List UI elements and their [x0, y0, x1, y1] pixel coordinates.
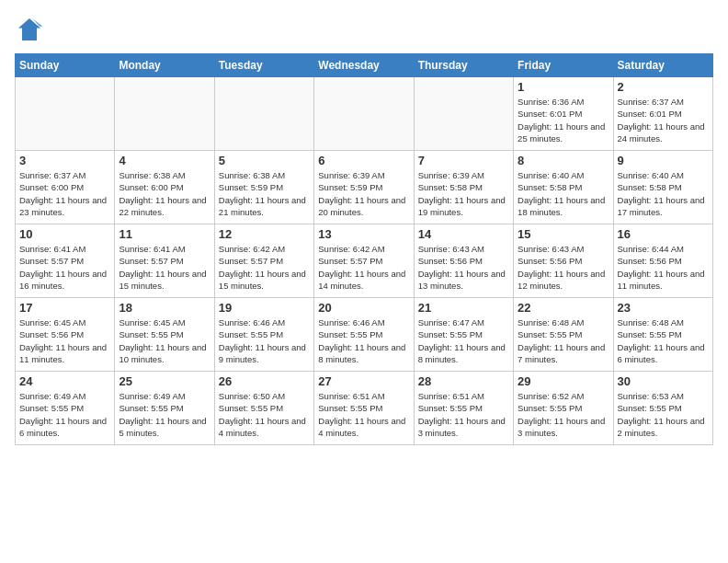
calendar-cell: 8Sunrise: 6:40 AM Sunset: 5:58 PM Daylig…: [514, 151, 613, 224]
day-info: Sunrise: 6:40 AM Sunset: 5:58 PM Dayligh…: [618, 169, 709, 218]
calendar-cell: 24Sunrise: 6:49 AM Sunset: 5:55 PM Dayli…: [16, 372, 115, 445]
day-info: Sunrise: 6:37 AM Sunset: 6:01 PM Dayligh…: [618, 96, 709, 144]
day-info: Sunrise: 6:47 AM Sunset: 5:55 PM Dayligh…: [418, 316, 509, 365]
calendar-week-row: 24Sunrise: 6:49 AM Sunset: 5:55 PM Dayli…: [16, 372, 713, 445]
calendar-cell: 6Sunrise: 6:39 AM Sunset: 5:59 PM Daylig…: [314, 151, 414, 224]
weekday-header: Friday: [514, 54, 613, 77]
day-number: 21: [418, 301, 509, 315]
day-number: 14: [418, 227, 509, 241]
calendar-cell: 14Sunrise: 6:43 AM Sunset: 5:56 PM Dayli…: [414, 224, 513, 298]
day-info: Sunrise: 6:42 AM Sunset: 5:57 PM Dayligh…: [318, 243, 409, 292]
weekday-header: Monday: [115, 54, 214, 77]
calendar-week-row: 10Sunrise: 6:41 AM Sunset: 5:57 PM Dayli…: [16, 224, 713, 298]
day-number: 17: [19, 301, 110, 315]
day-number: 26: [219, 374, 310, 388]
calendar-cell: 27Sunrise: 6:51 AM Sunset: 5:55 PM Dayli…: [314, 372, 414, 445]
page-header: [15, 15, 713, 44]
day-number: 1: [518, 80, 609, 94]
logo: [15, 15, 48, 44]
calendar-cell: 26Sunrise: 6:50 AM Sunset: 5:55 PM Dayli…: [214, 372, 313, 445]
calendar-cell: 30Sunrise: 6:53 AM Sunset: 5:55 PM Dayli…: [613, 372, 712, 445]
day-info: Sunrise: 6:43 AM Sunset: 5:56 PM Dayligh…: [418, 243, 509, 292]
day-info: Sunrise: 6:36 AM Sunset: 6:01 PM Dayligh…: [518, 96, 609, 144]
calendar-cell: 13Sunrise: 6:42 AM Sunset: 5:57 PM Dayli…: [314, 224, 414, 298]
weekday-header: Thursday: [414, 54, 513, 77]
calendar-week-row: 3Sunrise: 6:37 AM Sunset: 6:00 PM Daylig…: [16, 151, 713, 224]
calendar-cell: 28Sunrise: 6:51 AM Sunset: 5:55 PM Dayli…: [414, 372, 513, 445]
day-number: 4: [119, 154, 210, 167]
day-number: 20: [318, 301, 409, 315]
day-info: Sunrise: 6:41 AM Sunset: 5:57 PM Dayligh…: [19, 243, 110, 292]
svg-marker-0: [18, 18, 40, 40]
day-info: Sunrise: 6:39 AM Sunset: 5:59 PM Dayligh…: [318, 169, 409, 218]
day-number: 30: [618, 374, 709, 388]
day-number: 23: [618, 301, 709, 315]
calendar-cell: 17Sunrise: 6:45 AM Sunset: 5:56 PM Dayli…: [16, 298, 115, 372]
weekday-header-row: SundayMondayTuesdayWednesdayThursdayFrid…: [16, 54, 713, 77]
day-number: 2: [618, 80, 709, 94]
logo-icon: [15, 15, 44, 44]
day-number: 22: [518, 301, 609, 315]
day-number: 16: [618, 227, 709, 241]
day-number: 5: [219, 154, 310, 167]
calendar-cell: 20Sunrise: 6:46 AM Sunset: 5:55 PM Dayli…: [314, 298, 414, 372]
day-info: Sunrise: 6:51 AM Sunset: 5:55 PM Dayligh…: [318, 390, 409, 439]
day-number: 13: [318, 227, 409, 241]
weekday-header: Wednesday: [314, 54, 414, 77]
day-info: Sunrise: 6:48 AM Sunset: 5:55 PM Dayligh…: [618, 316, 709, 365]
day-info: Sunrise: 6:46 AM Sunset: 5:55 PM Dayligh…: [219, 316, 310, 365]
calendar-cell: [16, 77, 115, 151]
calendar-cell: 18Sunrise: 6:45 AM Sunset: 5:55 PM Dayli…: [115, 298, 214, 372]
day-number: 15: [518, 227, 609, 241]
day-number: 3: [19, 154, 110, 167]
calendar-cell: 25Sunrise: 6:49 AM Sunset: 5:55 PM Dayli…: [115, 372, 214, 445]
day-number: 12: [219, 227, 310, 241]
day-number: 24: [19, 374, 110, 388]
calendar-cell: 23Sunrise: 6:48 AM Sunset: 5:55 PM Dayli…: [613, 298, 712, 372]
day-info: Sunrise: 6:38 AM Sunset: 5:59 PM Dayligh…: [219, 169, 310, 218]
calendar-cell: [414, 77, 513, 151]
day-info: Sunrise: 6:40 AM Sunset: 5:58 PM Dayligh…: [518, 169, 609, 218]
calendar-cell: 5Sunrise: 6:38 AM Sunset: 5:59 PM Daylig…: [214, 151, 313, 224]
calendar-cell: 29Sunrise: 6:52 AM Sunset: 5:55 PM Dayli…: [514, 372, 613, 445]
calendar-cell: 10Sunrise: 6:41 AM Sunset: 5:57 PM Dayli…: [16, 224, 115, 298]
day-number: 7: [418, 154, 509, 167]
calendar-cell: 15Sunrise: 6:43 AM Sunset: 5:56 PM Dayli…: [514, 224, 613, 298]
day-info: Sunrise: 6:38 AM Sunset: 6:00 PM Dayligh…: [119, 169, 210, 218]
calendar-cell: [115, 77, 214, 151]
calendar-cell: 3Sunrise: 6:37 AM Sunset: 6:00 PM Daylig…: [16, 151, 115, 224]
day-info: Sunrise: 6:42 AM Sunset: 5:57 PM Dayligh…: [219, 243, 310, 292]
day-number: 27: [318, 374, 409, 388]
calendar-cell: 12Sunrise: 6:42 AM Sunset: 5:57 PM Dayli…: [214, 224, 313, 298]
calendar-cell: 7Sunrise: 6:39 AM Sunset: 5:58 PM Daylig…: [414, 151, 513, 224]
day-info: Sunrise: 6:53 AM Sunset: 5:55 PM Dayligh…: [618, 390, 709, 439]
calendar-cell: 16Sunrise: 6:44 AM Sunset: 5:56 PM Dayli…: [613, 224, 712, 298]
day-info: Sunrise: 6:45 AM Sunset: 5:56 PM Dayligh…: [19, 316, 110, 365]
calendar-week-row: 17Sunrise: 6:45 AM Sunset: 5:56 PM Dayli…: [16, 298, 713, 372]
day-info: Sunrise: 6:50 AM Sunset: 5:55 PM Dayligh…: [219, 390, 310, 439]
calendar-cell: [214, 77, 313, 151]
day-info: Sunrise: 6:41 AM Sunset: 5:57 PM Dayligh…: [119, 243, 210, 292]
calendar-cell: 11Sunrise: 6:41 AM Sunset: 5:57 PM Dayli…: [115, 224, 214, 298]
day-number: 25: [119, 374, 210, 388]
day-info: Sunrise: 6:49 AM Sunset: 5:55 PM Dayligh…: [119, 390, 210, 439]
day-info: Sunrise: 6:49 AM Sunset: 5:55 PM Dayligh…: [19, 390, 110, 439]
day-number: 19: [219, 301, 310, 315]
weekday-header: Tuesday: [214, 54, 313, 77]
day-number: 18: [119, 301, 210, 315]
day-info: Sunrise: 6:39 AM Sunset: 5:58 PM Dayligh…: [418, 169, 509, 218]
day-number: 8: [518, 154, 609, 167]
day-info: Sunrise: 6:43 AM Sunset: 5:56 PM Dayligh…: [518, 243, 609, 292]
weekday-header: Sunday: [16, 54, 115, 77]
calendar-cell: 9Sunrise: 6:40 AM Sunset: 5:58 PM Daylig…: [613, 151, 712, 224]
weekday-header: Saturday: [613, 54, 712, 77]
day-number: 6: [318, 154, 409, 167]
day-info: Sunrise: 6:45 AM Sunset: 5:55 PM Dayligh…: [119, 316, 210, 365]
calendar-cell: 21Sunrise: 6:47 AM Sunset: 5:55 PM Dayli…: [414, 298, 513, 372]
day-number: 9: [618, 154, 709, 167]
calendar-cell: 22Sunrise: 6:48 AM Sunset: 5:55 PM Dayli…: [514, 298, 613, 372]
day-info: Sunrise: 6:44 AM Sunset: 5:56 PM Dayligh…: [618, 243, 709, 292]
calendar-table: SundayMondayTuesdayWednesdayThursdayFrid…: [15, 53, 713, 445]
day-info: Sunrise: 6:52 AM Sunset: 5:55 PM Dayligh…: [518, 390, 609, 439]
day-info: Sunrise: 6:37 AM Sunset: 6:00 PM Dayligh…: [19, 169, 110, 218]
